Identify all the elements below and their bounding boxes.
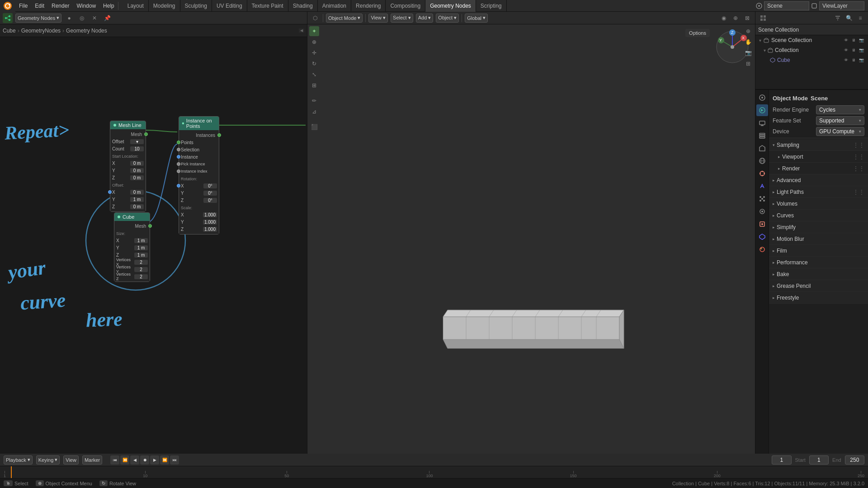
marker-mode-dropdown[interactable]: Marker xyxy=(82,455,102,465)
node-instance-on-points[interactable]: Instance on Points Instances Points Sel xyxy=(179,116,219,235)
tab-modeling[interactable]: Modeling xyxy=(149,0,180,12)
tab-geometry-nodes[interactable]: Geometry Nodes xyxy=(425,0,476,12)
section-advanced[interactable]: ▸ Advanced xyxy=(769,174,868,186)
prop-icon-data[interactable] xyxy=(756,231,768,243)
node-editor-pin[interactable]: 📌 xyxy=(102,13,112,23)
viewport-type-icon[interactable]: ⬡ xyxy=(310,13,320,23)
node-editor-tool1[interactable]: ● xyxy=(64,13,74,23)
menu-edit[interactable]: Edit xyxy=(31,0,48,12)
prop-icon-object[interactable] xyxy=(756,168,768,179)
collection-item-collection[interactable]: ▾ Collection 👁 🖥 📷 xyxy=(755,45,868,55)
nav-pan[interactable]: ✋ xyxy=(743,37,753,47)
section-render[interactable]: ▸ Render ⋮⋮ xyxy=(769,163,868,174)
tool-cursor[interactable]: ⊕ xyxy=(309,37,319,47)
step-fwd-btn[interactable]: ⏩ xyxy=(160,455,169,465)
tab-sculpting[interactable]: Sculpting xyxy=(180,0,212,12)
menu-file[interactable]: File xyxy=(15,0,31,12)
col-visibility-btn[interactable]: 👁 xyxy=(843,47,849,53)
viewport-xray-icon[interactable]: ⊠ xyxy=(742,13,752,23)
step-back-btn[interactable]: ⏪ xyxy=(120,455,129,465)
collection-item-cube[interactable]: Cube 👁 🖥 📷 xyxy=(755,55,868,65)
play-btn[interactable]: ▶ xyxy=(150,455,159,465)
breadcrumb-geom-nodes2[interactable]: Geometry Nodes xyxy=(66,28,107,34)
tool-scale[interactable]: ⤡ xyxy=(309,70,319,80)
prop-icon-material[interactable] xyxy=(756,244,768,255)
tool-measure[interactable]: ⊿ xyxy=(309,107,319,117)
node-editor-type-icon[interactable] xyxy=(3,13,13,23)
play-reverse-btn[interactable]: ◀ xyxy=(130,455,139,465)
viewport-mode-dropdown[interactable]: Object Mode ▾ xyxy=(326,14,363,23)
node-editor-canvas[interactable]: Repeat> your curve here Mesh Line Mesh xyxy=(0,37,307,454)
col-render-btn[interactable]: 📷 xyxy=(858,47,864,53)
editor-type-dropdown[interactable]: Geometry Nodes ▾ xyxy=(15,14,61,23)
prop-icon-scene[interactable] xyxy=(756,92,768,103)
section-grease-pencil[interactable]: ▸ Grease Pencil xyxy=(769,280,868,292)
tool-select[interactable]: ✦ xyxy=(309,26,319,36)
render-engine-dropdown[interactable]: Cycles ▾ xyxy=(816,105,864,114)
prop-icon-output[interactable] xyxy=(756,117,768,129)
viewport-add-dropdown[interactable]: Add ▾ xyxy=(416,14,434,23)
section-motion-blur[interactable]: ▸ Motion Blur xyxy=(769,233,868,245)
device-dropdown[interactable]: GPU Compute ▾ xyxy=(816,127,864,136)
cube-viewport-btn[interactable]: 🖥 xyxy=(850,57,857,63)
section-performance[interactable]: ▸ Performance xyxy=(769,257,868,268)
collection-item-scene-collection[interactable]: ▾ Scene Collection 👁 🖥 📷 xyxy=(755,35,868,45)
section-sampling[interactable]: ▾ Sampling ⋮⋮ xyxy=(769,139,868,151)
menu-window[interactable]: Window xyxy=(73,0,99,12)
tab-texture-paint[interactable]: Texture Paint xyxy=(247,0,288,12)
viewport-select-dropdown[interactable]: Select ▾ xyxy=(391,14,413,23)
prop-icon-view-layer[interactable] xyxy=(756,130,768,141)
playback-mode-dropdown[interactable]: Playback ▾ xyxy=(4,455,33,465)
tab-scripting[interactable]: Scripting xyxy=(476,0,507,12)
viewport-transform-space[interactable]: Global ▾ xyxy=(465,14,488,23)
feature-set-dropdown[interactable]: Supported ▾ xyxy=(816,116,864,125)
cube-visibility-btn[interactable]: 👁 xyxy=(843,57,849,63)
menu-help[interactable]: Help xyxy=(99,0,118,12)
tab-rendering[interactable]: Rendering xyxy=(351,0,386,12)
section-curves[interactable]: ▸ Curves xyxy=(769,210,868,221)
col-viewport-btn[interactable]: 🖥 xyxy=(850,47,857,53)
current-frame-display[interactable]: 1 xyxy=(772,455,791,465)
section-freestyle[interactable]: ▸ Freestyle xyxy=(769,292,868,304)
nav-grid[interactable]: ⊞ xyxy=(743,59,753,69)
tool-move[interactable]: ✛ xyxy=(309,48,319,58)
prop-icon-world[interactable] xyxy=(756,155,768,167)
breadcrumb-cube[interactable]: Cube xyxy=(3,28,16,34)
section-volumes[interactable]: ▸ Volumes xyxy=(769,198,868,210)
outliner-type-icon[interactable] xyxy=(758,13,768,23)
viewport-shading-solid[interactable]: ◉ xyxy=(719,13,729,23)
section-bake[interactable]: ▸ Bake xyxy=(769,268,868,280)
tab-animation[interactable]: Animation xyxy=(318,0,351,12)
tool-transform[interactable]: ⊞ xyxy=(309,80,319,90)
node-mesh-line[interactable]: Mesh Line Mesh Offset ▾ Count 10 xyxy=(110,121,146,212)
start-frame-input[interactable]: 1 xyxy=(809,455,829,465)
jump-to-end-btn[interactable]: ⏭ xyxy=(170,455,179,465)
panel-collapse-handle[interactable]: ◀ xyxy=(299,28,304,33)
record-btn[interactable]: ⏺ xyxy=(140,455,149,465)
viewport-view-dropdown[interactable]: View ▾ xyxy=(368,14,388,23)
prop-icon-physics[interactable] xyxy=(756,206,768,217)
cube-render-btn[interactable]: 📷 xyxy=(858,57,864,63)
viewport-canvas[interactable]: X Y Z Options xyxy=(307,24,755,454)
render-btn[interactable]: 📷 xyxy=(858,37,864,43)
section-film[interactable]: ▸ Film xyxy=(769,245,868,257)
tab-shading[interactable]: Shading xyxy=(288,0,318,12)
menu-render[interactable]: Render xyxy=(48,0,73,12)
tab-layout[interactable]: Layout xyxy=(123,0,149,12)
outliner-more-options[interactable]: ≡ xyxy=(855,13,865,23)
section-viewport[interactable]: ▸ Viewport ⋮⋮ xyxy=(769,151,868,163)
timeline-ruler[interactable]: 1 10 50 100 150 200 250 xyxy=(0,466,868,478)
prop-icon-scene2[interactable] xyxy=(756,142,768,154)
nav-point-of-view[interactable]: ⊕ xyxy=(743,26,753,36)
prop-icon-constraints[interactable] xyxy=(756,218,768,230)
prop-icon-modifier[interactable] xyxy=(756,180,768,192)
section-simplify[interactable]: ▸ Simplify xyxy=(769,221,868,233)
jump-to-start-btn[interactable]: ⏮ xyxy=(110,455,119,465)
viewport-display-btn[interactable]: 🖥 xyxy=(850,37,857,43)
outliner-search[interactable]: 🔍 xyxy=(844,13,854,23)
tool-add-cube[interactable]: ⬛ xyxy=(309,122,319,132)
tab-uv-editing[interactable]: UV Editing xyxy=(212,0,247,12)
prop-icon-particles[interactable] xyxy=(756,193,768,205)
visibility-btn[interactable]: 👁 xyxy=(843,37,849,43)
viewport-object-dropdown[interactable]: Object ▾ xyxy=(436,14,459,23)
